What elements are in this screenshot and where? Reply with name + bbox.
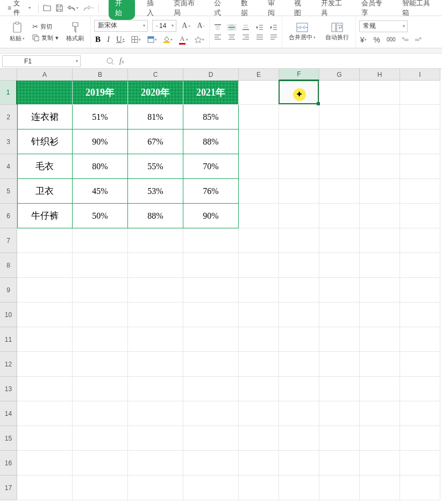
cell-B16[interactable]: [73, 451, 128, 476]
column-header-B[interactable]: B: [73, 69, 128, 81]
cell-H12[interactable]: [360, 352, 400, 377]
undo-icon[interactable]: ▾: [67, 5, 79, 11]
format-painter-button[interactable]: 格式刷: [63, 20, 87, 44]
cell-H4[interactable]: [360, 154, 400, 179]
cell-B9[interactable]: [73, 278, 128, 303]
row-header-2[interactable]: 2: [0, 105, 17, 129]
cell-E16[interactable]: [239, 451, 279, 476]
row-header-14[interactable]: 14: [0, 401, 17, 426]
cell-C12[interactable]: [128, 352, 183, 377]
cell-H17[interactable]: [360, 476, 400, 500]
table-cell-r3-cA[interactable]: 针织衫: [17, 129, 73, 154]
cell-I7[interactable]: [400, 228, 440, 253]
cell-D11[interactable]: [183, 327, 239, 352]
cell-G5[interactable]: [319, 179, 360, 204]
cell-F13[interactable]: [279, 377, 319, 401]
cell-E1[interactable]: [239, 81, 279, 105]
increase-decimal-button[interactable]: ⁰₀₀: [401, 37, 410, 42]
table-cell-r5-cA[interactable]: 卫衣: [17, 179, 73, 204]
cell-A9[interactable]: [17, 278, 73, 303]
cell-G15[interactable]: [319, 426, 360, 451]
table-cell-r5-cB[interactable]: 45%: [73, 179, 128, 204]
paste-button[interactable]: 粘贴▾: [6, 20, 28, 44]
cell-G10[interactable]: [319, 303, 360, 327]
decrease-decimal-button[interactable]: ₀₀⁰: [414, 37, 423, 42]
cell-D10[interactable]: [183, 303, 239, 327]
cell-F6[interactable]: [279, 204, 319, 228]
table-cell-r4-cB[interactable]: 80%: [73, 154, 128, 179]
cell-D12[interactable]: [183, 352, 239, 377]
table-cell-r6-cA[interactable]: 牛仔裤: [17, 204, 73, 228]
number-format-select[interactable]: 常规▾: [359, 20, 408, 32]
cell-G1[interactable]: [319, 81, 360, 105]
cell-E7[interactable]: [239, 228, 279, 253]
border-button[interactable]: ▾: [130, 36, 142, 43]
row-header-7[interactable]: 7: [0, 228, 17, 253]
cell-C10[interactable]: [128, 303, 183, 327]
cell-A8[interactable]: [17, 253, 73, 278]
cell-A7[interactable]: [17, 228, 73, 253]
cell-B11[interactable]: [73, 327, 128, 352]
cell-E17[interactable]: [239, 476, 279, 500]
cell-I3[interactable]: [400, 129, 440, 154]
cell-D14[interactable]: [183, 401, 239, 426]
row-header-15[interactable]: 15: [0, 426, 17, 451]
cell-E2[interactable]: [239, 105, 279, 129]
table-cell-r6-cC[interactable]: 88%: [128, 204, 183, 228]
table-header-blank[interactable]: [17, 81, 73, 105]
cancel-icon[interactable]: [106, 57, 114, 65]
cell-F16[interactable]: [279, 451, 319, 476]
cell-E13[interactable]: [239, 377, 279, 401]
table-cell-r4-cA[interactable]: 毛衣: [17, 154, 73, 179]
cell-G3[interactable]: [319, 129, 360, 154]
table-cell-r2-cC[interactable]: 81%: [128, 105, 183, 129]
cell-C8[interactable]: [128, 253, 183, 278]
cell-I5[interactable]: [400, 179, 440, 204]
cell-B17[interactable]: [73, 476, 128, 500]
formula-input[interactable]: [127, 55, 442, 67]
table-header-2020年[interactable]: 2020年: [128, 81, 183, 105]
cell-H3[interactable]: [360, 129, 400, 154]
cell-D7[interactable]: [183, 228, 239, 253]
table-cell-r5-cD[interactable]: 76%: [183, 179, 239, 204]
cell-C13[interactable]: [128, 377, 183, 401]
merge-center-button[interactable]: 合并居中▾: [286, 21, 319, 42]
cell-E5[interactable]: [239, 179, 279, 204]
cell-F9[interactable]: [279, 278, 319, 303]
cell-E9[interactable]: [239, 278, 279, 303]
cell-G4[interactable]: [319, 154, 360, 179]
cell-G9[interactable]: [319, 278, 360, 303]
cell-D16[interactable]: [183, 451, 239, 476]
table-header-2019年[interactable]: 2019年: [73, 81, 128, 105]
cell-C14[interactable]: [128, 401, 183, 426]
cell-A15[interactable]: [17, 426, 73, 451]
cell-I2[interactable]: [400, 105, 440, 129]
row-header-6[interactable]: 6: [0, 204, 17, 228]
table-cell-r5-cC[interactable]: 53%: [128, 179, 183, 204]
cell-H5[interactable]: [360, 179, 400, 204]
cell-E6[interactable]: [239, 204, 279, 228]
open-icon[interactable]: [43, 4, 51, 11]
column-header-G[interactable]: G: [319, 69, 360, 81]
cell-C11[interactable]: [128, 327, 183, 352]
cell-style-button[interactable]: ▾: [146, 36, 158, 43]
cell-H7[interactable]: [360, 228, 400, 253]
cell-I13[interactable]: [400, 377, 440, 401]
align-middle-button[interactable]: [227, 24, 237, 31]
cell-G16[interactable]: [319, 451, 360, 476]
cell-H13[interactable]: [360, 377, 400, 401]
cell-I14[interactable]: [400, 401, 440, 426]
table-cell-r3-cC[interactable]: 67%: [128, 129, 183, 154]
distribute-button[interactable]: [269, 34, 279, 40]
row-header-8[interactable]: 8: [0, 253, 17, 278]
cell-C17[interactable]: [128, 476, 183, 500]
cell-H16[interactable]: [360, 451, 400, 476]
cell-F1[interactable]: [279, 81, 319, 105]
cell-H9[interactable]: [360, 278, 400, 303]
cell-G17[interactable]: [319, 476, 360, 500]
cell-B13[interactable]: [73, 377, 128, 401]
cell-F7[interactable]: [279, 228, 319, 253]
column-header-F[interactable]: F: [279, 69, 319, 81]
column-header-C[interactable]: C: [128, 69, 183, 81]
decrease-indent-button[interactable]: [255, 24, 265, 31]
